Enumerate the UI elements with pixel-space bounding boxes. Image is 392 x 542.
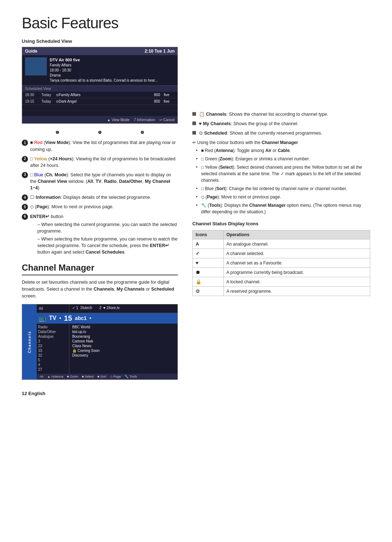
channel-status-title: Channel Status Display Icons	[192, 221, 370, 226]
guide-screenshot: Guide 2:10 Tue 1 Jun DTV Air 800 five Fa…	[22, 47, 178, 124]
color-red: ■ Red (Antenna): Toggle among Air or Cab…	[196, 147, 370, 154]
color-blue: □ Blue (Sort): Change the list ordered b…	[196, 185, 370, 192]
guide-datetime: 2:10 Tue 1 Jun	[145, 49, 175, 54]
guide-footer: ▲ View Mode 7 Information ↩ Cancel	[22, 116, 177, 123]
sched-row-3	[22, 105, 177, 111]
status-row-6: ⊙ A reserved programme.	[193, 287, 370, 296]
channel-type-list: 📋 Channels: Shows the channel list accor…	[192, 111, 370, 136]
color-yellow: □ Yellow (Select): Select desired channe…	[196, 164, 370, 184]
list-item-1: 1 ■ Red (View Mode): View the list of pr…	[22, 139, 178, 152]
channel-manager-title: Channel Manager	[22, 263, 178, 275]
sched-row-4	[22, 111, 177, 116]
page-btn: ◇ (Page): Move to next or previous page.	[196, 194, 370, 200]
sched-row-1: 18:30 Today ⊙Family Affairs 800 five	[22, 92, 177, 98]
scheduled-view-label: Using Scheduled View	[22, 38, 178, 44]
channel-manager-desc: Delete or set favourites channels and us…	[22, 279, 178, 299]
cm-tv-name: abc1	[75, 315, 87, 321]
list-item-6: 6 ENTER↵ button When selecting the curre…	[22, 213, 178, 256]
cm-tv-label: TV	[49, 315, 56, 321]
channel-manager-screenshot: Channels All ✓ 1 1futech 2 ♥ 24ore.tv	[22, 304, 178, 380]
color-buttons-list: ■ Red (Antenna): Toggle among Air or Cab…	[196, 147, 370, 215]
list-item-3: 3 □ Blue (Ch. Mode): Select the type of …	[22, 172, 178, 191]
page-title: Basic Features	[22, 15, 370, 32]
status-row-2: ✓ A channel selected.	[193, 249, 370, 258]
bullet-scheduled: ⊙ Scheduled: Shows all the currently res…	[192, 130, 370, 136]
bullet-icon-2	[192, 122, 196, 125]
bullet-icon	[192, 112, 196, 116]
guide-title: Guide	[25, 49, 37, 54]
status-row-4: ⏺ A programme currently being broadcast.	[193, 268, 370, 277]
scheduled-view-bar: Scheduled View	[22, 86, 177, 92]
status-row-3: ♥ A channel set as a Favourite.	[193, 258, 370, 268]
callout-numbers: ❶ ❹ ❻	[22, 130, 178, 136]
scheduled-rows: 18:30 Today ⊙Family Affairs 800 five 19:…	[22, 92, 177, 116]
status-row-5: 🔒 A locked channel.	[193, 277, 370, 287]
channel-status-table: Icons Operations A An analogue channel. …	[192, 230, 370, 296]
bullet-channels: 📋 Channels: Shows the channel list accor…	[192, 111, 370, 118]
guide-program-info: DTV Air 800 five Family Affairs 18:00 - …	[50, 57, 158, 83]
color-green: □ Green (Zoom): Enlarges or shrinks a ch…	[196, 156, 370, 162]
color-manager-note: ✏ Using the colour buttons with the Chan…	[192, 139, 370, 215]
sched-row-2: 19:15 Today ⊙Dark Angel 800 five	[22, 98, 177, 105]
page-footer: 12 English	[22, 391, 370, 396]
cm-tv-icon: 📺	[39, 315, 46, 322]
bullet-icon-3	[192, 131, 196, 135]
guide-thumbnail	[25, 57, 47, 75]
list-item-4: 4 ☐ Information: Displays details of the…	[22, 194, 178, 201]
feature-list: 1 ■ Red (View Mode): View the list of pr…	[22, 139, 178, 255]
col-operations: Operations	[223, 230, 370, 239]
list-item-2: 2 □ Yellow (+24 Hours): Viewing the list…	[22, 156, 178, 169]
bullet-mychannels: ♥ My Channels: Shows the group of the ch…	[192, 120, 370, 127]
tools-btn: 🔧 (Tools): Displays the Channel Manager …	[196, 202, 370, 215]
status-row-1: A An analogue channel.	[193, 239, 370, 249]
col-icons: Icons	[193, 230, 224, 239]
cm-tv-num: 15	[64, 314, 72, 323]
cm-sidebar-label: Channels	[22, 304, 37, 379]
list-item-5: 5 ◇ (Page): Move to next or previous pag…	[22, 204, 178, 210]
